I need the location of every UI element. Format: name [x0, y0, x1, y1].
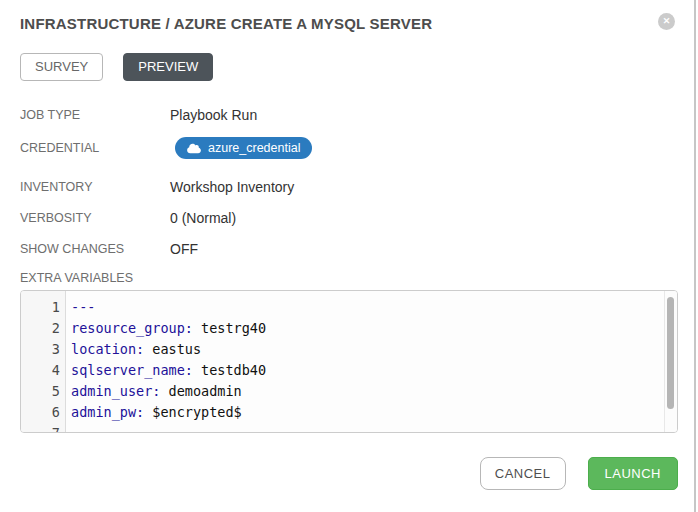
inventory-label: INVENTORY: [20, 180, 170, 194]
editor-line: 5admin_user: demoadmin: [21, 381, 677, 402]
extra-variables-label: EXTRA VARIABLES: [20, 271, 678, 285]
job-type-value: Playbook Run: [170, 107, 257, 123]
line-number: 1: [21, 297, 66, 318]
inventory-value: Workshop Inventory: [170, 179, 294, 195]
modal-right-edge: [694, 0, 696, 512]
detail-row-verbosity: VERBOSITY 0 (Normal): [20, 209, 678, 226]
job-type-label: JOB TYPE: [20, 108, 170, 122]
extra-variables-section: EXTRA VARIABLES 1---2resource_group: tes…: [20, 271, 678, 433]
line-number: 5: [21, 381, 66, 402]
code-text: admin_pw: $encrypted$: [66, 402, 242, 423]
job-details: JOB TYPE Playbook Run CREDENTIAL azure_c…: [20, 106, 678, 257]
job-launch-preview-modal: INFRASTRUCTURE / AZURE CREATE A MYSQL SE…: [0, 0, 698, 512]
credential-badge-label: azure_credential: [208, 141, 300, 155]
editor-line: 2resource_group: testrg40: [21, 318, 677, 339]
code-text: location: eastus: [66, 339, 201, 360]
line-number: 2: [21, 318, 66, 339]
show-changes-value: OFF: [170, 241, 198, 257]
modal-title: INFRASTRUCTURE / AZURE CREATE A MYSQL SE…: [20, 15, 678, 33]
detail-row-job-type: JOB TYPE Playbook Run: [20, 106, 678, 123]
launch-button[interactable]: LAUNCH: [588, 457, 678, 490]
editor-line: 1---: [21, 297, 677, 318]
credential-badge[interactable]: azure_credential: [175, 137, 312, 159]
tabs: SURVEY PREVIEW: [20, 53, 678, 81]
line-number: 6: [21, 402, 66, 423]
code-text: admin_user: demoadmin: [66, 381, 242, 402]
editor-scrollbar-track[interactable]: [664, 291, 677, 432]
cancel-button[interactable]: CANCEL: [480, 457, 566, 490]
cloud-icon: [187, 143, 201, 154]
verbosity-label: VERBOSITY: [20, 211, 170, 225]
code-text: [66, 423, 71, 433]
verbosity-value: 0 (Normal): [170, 210, 236, 226]
line-number: 7: [21, 423, 66, 433]
detail-row-credential: CREDENTIAL azure_credential: [20, 137, 678, 159]
modal-footer: CANCEL LAUNCH: [20, 457, 678, 490]
tab-survey[interactable]: SURVEY: [20, 53, 103, 81]
detail-row-show-changes: SHOW CHANGES OFF: [20, 240, 678, 257]
editor-line: 6admin_pw: $encrypted$: [21, 402, 677, 423]
credential-label: CREDENTIAL: [20, 141, 170, 155]
tab-preview[interactable]: PREVIEW: [123, 53, 213, 81]
code-text: sqlserver_name: testdb40: [66, 360, 266, 381]
extra-variables-editor[interactable]: 1---2resource_group: testrg403location: …: [20, 290, 678, 433]
editor-line: 3location: eastus: [21, 339, 677, 360]
editor-scrollbar-thumb[interactable]: [667, 297, 674, 409]
editor-lines: 1---2resource_group: testrg403location: …: [21, 291, 677, 433]
line-number: 3: [21, 339, 66, 360]
close-icon[interactable]: [658, 13, 675, 30]
editor-line: 4sqlserver_name: testdb40: [21, 360, 677, 381]
line-number: 4: [21, 360, 66, 381]
code-text: resource_group: testrg40: [66, 318, 266, 339]
editor-line: 7: [21, 423, 677, 433]
code-text: ---: [66, 297, 95, 318]
detail-row-inventory: INVENTORY Workshop Inventory: [20, 178, 678, 195]
show-changes-label: SHOW CHANGES: [20, 242, 170, 256]
